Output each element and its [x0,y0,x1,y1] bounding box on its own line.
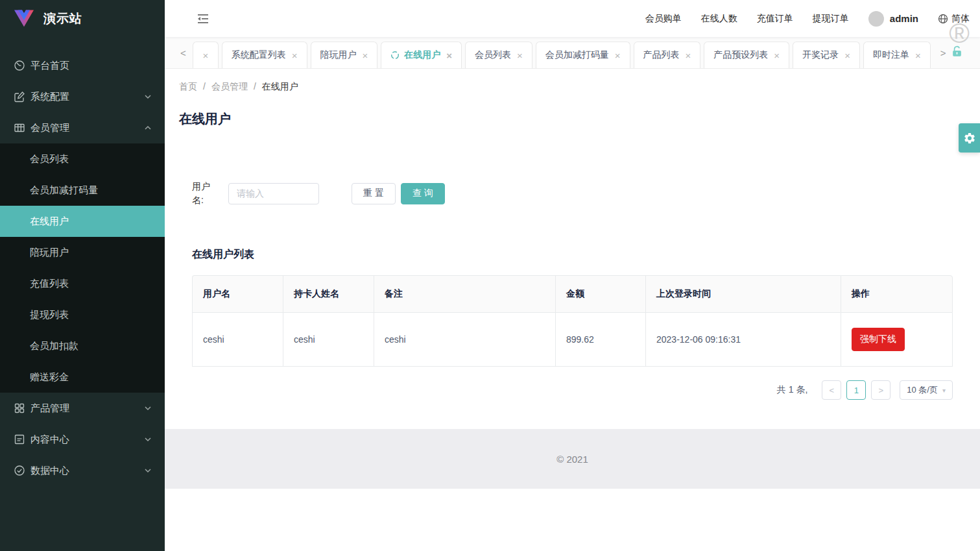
tab-member-betting-adjust[interactable]: 会员加减打码量× [536,42,630,68]
page-size-select[interactable]: 10 条/页 ▾ [900,380,953,400]
topbar-link-withdraw-orders[interactable]: 提现订单 [813,13,849,25]
topbar-link-online-count[interactable]: 在线人数 [701,13,737,25]
username-label: 用户名: [192,180,221,207]
chevron-down-icon [144,467,152,474]
sidebar-item-label: 内容中心 [30,434,144,446]
tab-system-config-list[interactable]: 系统配置列表× [222,42,307,68]
chevron-down-icon [144,404,152,412]
sidebar-item-data-center[interactable]: 数据中心 [0,455,165,486]
sidebar-item-members[interactable]: 会员管理 [0,112,165,143]
sidebar-item-member-betting-adjust[interactable]: 会员加减打码量 [0,175,165,206]
tab-close-icon[interactable]: × [292,51,298,60]
tab-close-icon[interactable]: × [686,51,691,60]
breadcrumb-home[interactable]: 首页 [179,81,197,93]
tab-member-list[interactable]: 会员列表× [465,42,532,68]
query-button[interactable]: 查 询 [401,183,445,204]
tab-product-list[interactable]: 产品列表× [634,42,701,68]
tab-bar: < × 系统配置列表× 陪玩用户× 在线用户× 会员列表× 会员加减打码量× 产… [165,37,980,69]
tab-companion-users[interactable]: 陪玩用户× [311,42,378,68]
tab-online-users[interactable]: 在线用户× [381,42,462,68]
pagination-page-1[interactable]: 1 [846,380,866,400]
reset-button[interactable]: 重 置 [352,183,396,204]
sidebar-item-online-users[interactable]: 在线用户 [0,206,165,237]
footer: © 2021 [165,429,980,489]
chevron-up-icon [144,124,152,132]
topbar-link-member-orders[interactable]: 会员购单 [645,13,682,25]
sidebar-submenu-members: 会员列表 会员加减打码量 在线用户 陪玩用户 充值列表 提现列表 会员加扣款 赠… [0,143,165,393]
sidebar-item-label: 平台首页 [30,60,152,72]
tab-close-icon[interactable]: × [844,51,850,60]
tabs-scroll-right-icon[interactable]: > [934,47,949,58]
tab-label: 在线用户 [404,49,440,61]
copyright-text: © 2021 [556,454,588,465]
tab-close-icon[interactable]: × [363,51,368,60]
page-content: 首页 / 会员管理 / 在线用户 在线用户 用户名: 重 置 查 询 在线用户列… [165,69,980,429]
sidebar-item-gift-bonus[interactable]: 赠送彩金 [0,361,165,393]
globe-icon [938,14,948,24]
document-icon [14,434,25,445]
cell-cardholder: ceshi [283,313,374,367]
tab-close-icon[interactable]: × [517,51,523,60]
username: admin [890,13,918,24]
cell-last-login: 2023-12-06 09:16:31 [645,313,841,367]
topbar-link-recharge-orders[interactable]: 充值订单 [757,13,793,25]
col-remark: 备注 [374,275,555,313]
breadcrumb: 首页 / 会员管理 / 在线用户 [179,81,966,93]
table-header-row: 用户名 持卡人姓名 备注 金额 上次登录时间 操作 [192,275,953,313]
tabs-scroll-left-icon[interactable]: < [178,47,193,58]
sidebar-collapse-icon[interactable] [196,12,210,26]
sidebar-item-system[interactable]: 系统配置 [0,81,165,112]
pagination-total: 共 1 条, [777,384,807,396]
sidebar-item-withdraw-list[interactable]: 提现列表 [0,299,165,330]
chevron-down-icon [144,93,152,101]
sidebar-item-label: 会员管理 [30,122,144,134]
submenu-label: 会员列表 [30,153,69,165]
submenu-label: 充值列表 [30,278,69,290]
chevron-down-icon [144,435,152,443]
tab-partial[interactable]: × [193,42,219,68]
tab-product-preset-list[interactable]: 产品预设列表× [704,42,789,68]
sidebar-item-member-list[interactable]: 会员列表 [0,143,165,175]
main-area: 会员购单 在线人数 充值订单 提现订单 admin 简体 ® < × 系统配置列… [165,0,980,551]
breadcrumb-members[interactable]: 会员管理 [211,81,248,93]
tab-close-icon[interactable]: × [446,51,452,60]
tab-live-bets[interactable]: 即时注单× [863,42,931,68]
pagination-next-icon[interactable]: > [871,380,890,400]
table-icon [14,122,25,134]
sidebar-menu: 平台首页 系统配置 会员管理 会员列表 会员加减打码量 在线用户 陪玩 [0,37,165,486]
pagination-prev-icon[interactable]: < [822,380,841,400]
topbar-right: 会员购单 在线人数 充值订单 提现订单 admin 简体 [645,11,970,27]
submenu-label: 陪玩用户 [30,247,69,259]
tab-label: 系统配置列表 [232,49,286,61]
brand: 演示站 [0,0,165,37]
cell-remark: ceshi [374,313,555,367]
sidebar: 演示站 平台首页 系统配置 会员管理 [0,0,165,551]
tab-close-icon[interactable]: × [615,51,621,60]
tab-label: 陪玩用户 [320,49,357,61]
tab-lottery-records[interactable]: 开奖记录× [793,42,860,68]
tab-label: 会员列表 [475,49,511,61]
tab-close-icon[interactable]: × [774,51,780,60]
sidebar-item-label: 产品管理 [30,402,144,415]
user-menu[interactable]: admin [868,11,918,27]
col-last-login: 上次登录时间 [645,275,841,313]
sidebar-item-products[interactable]: 产品管理 [0,393,165,424]
tab-close-icon[interactable]: × [202,51,208,60]
col-amount: 金额 [555,275,645,313]
topbar: 会员购单 在线人数 充值订单 提现订单 admin 简体 [165,0,980,37]
sidebar-item-recharge-list[interactable]: 充值列表 [0,268,165,299]
dashboard-icon [14,60,25,71]
grid-icon [14,402,25,414]
loading-icon [390,51,400,60]
force-offline-button[interactable]: 强制下线 [852,328,905,351]
breadcrumb-current: 在线用户 [262,81,298,93]
sidebar-item-content-center[interactable]: 内容中心 [0,424,165,455]
sidebar-item-home[interactable]: 平台首页 [0,50,165,81]
registered-mark: ® [949,19,970,47]
sidebar-item-companion-users[interactable]: 陪玩用户 [0,237,165,268]
sidebar-item-member-debit-credit[interactable]: 会员加扣款 [0,330,165,361]
submenu-label: 会员加减打码量 [30,184,98,197]
tab-close-icon[interactable]: × [915,51,921,60]
username-input[interactable] [228,183,319,204]
settings-panel-button[interactable] [959,123,980,153]
